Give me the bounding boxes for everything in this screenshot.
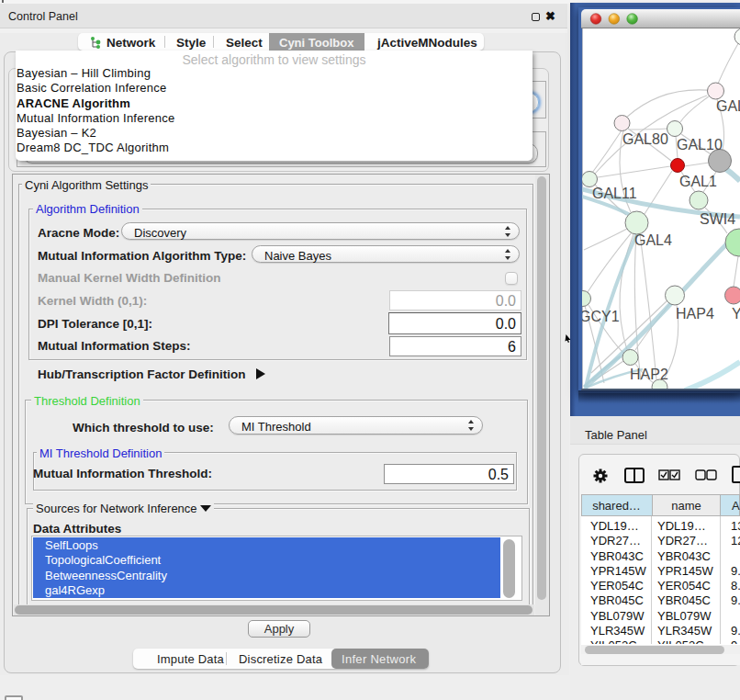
svg-text:GAL: GAL [716,98,740,114]
svg-text:HAP4: HAP4 [676,306,714,322]
svg-text:GCY1: GCY1 [582,309,620,324]
svg-text:GAL80: GAL80 [622,131,668,147]
svg-text:Y: Y [732,306,740,322]
svg-text:GAL10: GAL10 [677,137,723,152]
svg-text:HAP2: HAP2 [630,367,668,382]
svg-text:GAL4: GAL4 [634,232,672,248]
svg-text:GAL1: GAL1 [679,174,717,189]
svg-text:GAL11: GAL11 [592,186,637,201]
svg-text:SWI4: SWI4 [700,211,735,227]
